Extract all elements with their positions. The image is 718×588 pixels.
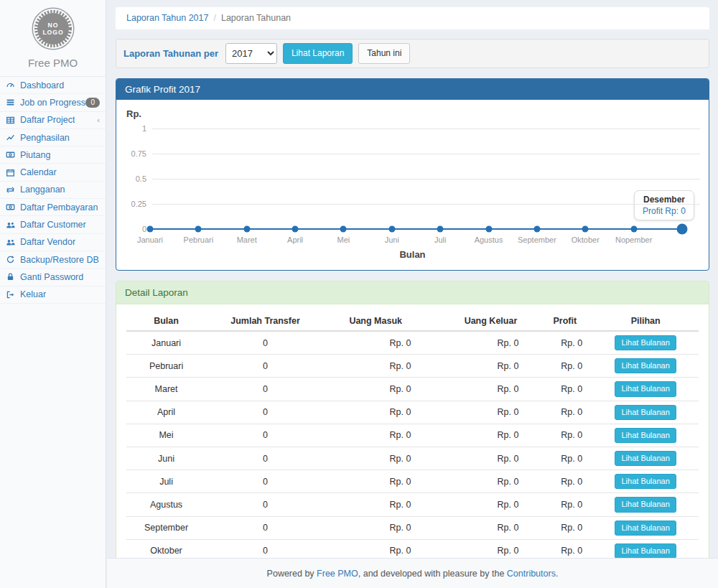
table-cell: Rp. 0: [537, 470, 592, 493]
chart-y-tick: 0.5: [116, 174, 146, 183]
sidebar-item-daftar-pembayaran[interactable]: Daftar Pembayaran: [0, 199, 106, 216]
view-monthly-button-oktober[interactable]: Lihat Bulanan: [615, 543, 676, 559]
sidebar-item-keluar[interactable]: Keluar: [0, 286, 106, 304]
data-point-juli[interactable]: [437, 226, 444, 233]
view-monthly-button-april[interactable]: Lihat Bulanan: [615, 405, 676, 420]
data-point-september[interactable]: [533, 226, 540, 233]
footer-brand-link[interactable]: Free PMO: [317, 569, 358, 579]
view-monthly-button-september[interactable]: Lihat Bulanan: [615, 521, 676, 536]
sidebar-item-job-on-progress[interactable]: Job on Progress0: [0, 94, 106, 111]
logo-box: NO LOGO Free PMO: [0, 0, 106, 77]
column-header-profit: Profit: [537, 312, 592, 331]
table-cell-action: Lihat Bulanan: [592, 355, 699, 378]
table-cell-action: Lihat Bulanan: [592, 516, 699, 539]
data-point-juni[interactable]: [388, 226, 395, 233]
sidebar-item-backup-restore-db[interactable]: Backup/Restore DB: [0, 251, 106, 269]
table-cell: Rp. 0: [537, 424, 592, 447]
main-area: Laporan Tahun 2017/Laporan Tahunan Lapor…: [107, 0, 718, 588]
table-cell: Januari: [126, 331, 206, 355]
data-point-agustus[interactable]: [485, 226, 492, 233]
table-cell: Rp. 0: [444, 447, 537, 470]
sidebar-item-label: Keluar: [20, 289, 46, 299]
table-row: Juni0Rp. 0Rp. 0Rp. 0Lihat Bulanan: [126, 447, 699, 470]
view-monthly-button-pebruari[interactable]: Lihat Bulanan: [615, 358, 676, 373]
dashboard-icon: [6, 80, 17, 90]
table-row: Pebruari0Rp. 0Rp. 0Rp. 0Lihat Bulanan: [126, 355, 699, 378]
table-cell: 0: [206, 355, 325, 378]
chart-tooltip: Desember Profit Rp: 0: [634, 190, 694, 220]
chart-y-tick: 1: [116, 124, 146, 133]
data-point-april[interactable]: [292, 226, 299, 233]
data-point-desember[interactable]: [677, 224, 688, 235]
sidebar-nav: DashboardJob on Progress0Daftar Project‹…: [0, 77, 106, 304]
sidebar-item-daftar-customer[interactable]: Daftar Customer: [0, 216, 106, 233]
column-header-bulan: Bulan: [126, 312, 206, 331]
sidebar-item-label: Penghasilan: [20, 133, 70, 143]
breadcrumb-separator: /: [213, 13, 215, 23]
data-point-nopember[interactable]: [630, 226, 637, 233]
list-icon: [6, 98, 17, 107]
table-cell: Rp. 0: [444, 493, 537, 516]
chart-y-tick: 0.25: [116, 200, 146, 208]
year-select[interactable]: 2017: [225, 43, 277, 64]
report-filter-panel: Laporan Tahunan per 2017 Lihat Laporan T…: [116, 39, 709, 68]
table-cell: Rp. 0: [537, 331, 592, 355]
table-cell: Rp. 0: [325, 355, 444, 378]
profit-chart: Rp. Bulan Desember Profit Rp: 0 00.250.5…: [116, 100, 709, 270]
table-cell-action: Lihat Bulanan: [592, 470, 699, 493]
table-cell: 0: [206, 401, 325, 424]
breadcrumb-link[interactable]: Laporan Tahun 2017: [126, 13, 208, 23]
footer-text-prefix: Powered by: [267, 569, 317, 579]
sidebar-item-dashboard[interactable]: Dashboard: [0, 77, 106, 94]
data-point-januari[interactable]: [147, 226, 154, 233]
data-point-oktober[interactable]: [582, 226, 589, 233]
data-point-maret[interactable]: [243, 226, 250, 233]
table-cell: Rp. 0: [444, 331, 537, 355]
table-row: April0Rp. 0Rp. 0Rp. 0Lihat Bulanan: [126, 401, 699, 424]
chart-y-tick: 0.75: [116, 149, 146, 158]
sign-out-icon: [6, 290, 17, 299]
table-cell-action: Lihat Bulanan: [592, 331, 699, 355]
footer-text-middle: , and developed with pleasure by the: [358, 569, 507, 579]
table-cell: Rp. 0: [444, 470, 537, 493]
table-cell: Agustus: [126, 493, 206, 516]
sidebar-item-langganan[interactable]: Langganan: [0, 182, 106, 199]
footer-contributors-link[interactable]: Contributors: [507, 569, 556, 579]
view-monthly-button-agustus[interactable]: Lihat Bulanan: [615, 497, 676, 512]
table-cell-action: Lihat Bulanan: [592, 493, 699, 516]
sidebar-item-daftar-vendor[interactable]: Daftar Vendor: [0, 234, 106, 251]
sidebar-item-daftar-project[interactable]: Daftar Project‹: [0, 112, 106, 129]
refresh-icon: [6, 255, 17, 264]
view-report-button[interactable]: Lihat Laporan: [283, 43, 353, 63]
svg-text:NO: NO: [47, 22, 58, 29]
sidebar-item-calendar[interactable]: Calendar: [0, 164, 106, 181]
table-cell: Rp. 0: [537, 378, 592, 401]
view-monthly-button-mei[interactable]: Lihat Bulanan: [615, 428, 676, 443]
chart-gridline: [152, 179, 700, 179]
table-cell: 0: [206, 470, 325, 493]
view-monthly-button-juli[interactable]: Lihat Bulanan: [615, 474, 676, 489]
data-point-pebruari[interactable]: [195, 226, 202, 233]
view-monthly-button-maret[interactable]: Lihat Bulanan: [615, 381, 676, 396]
breadcrumb-current: Laporan Tahunan: [221, 13, 291, 23]
view-monthly-button-januari[interactable]: Lihat Bulanan: [615, 335, 676, 350]
table-cell: September: [126, 516, 206, 539]
column-header-uang-masuk: Uang Masuk: [325, 312, 444, 331]
data-point-mei[interactable]: [340, 226, 347, 233]
sidebar-item-ganti-password[interactable]: Ganti Password: [0, 269, 106, 286]
sidebar-item-label: Daftar Pembayaran: [20, 202, 98, 213]
view-monthly-button-juni[interactable]: Lihat Bulanan: [615, 451, 676, 466]
sidebar-item-label: Daftar Vendor: [20, 237, 75, 247]
this-year-button[interactable]: Tahun ini: [358, 43, 410, 63]
sidebar-item-penghasilan[interactable]: Penghasilan: [0, 129, 106, 146]
table-cell: Rp. 0: [325, 378, 444, 401]
table-cell: Rp. 0: [444, 424, 537, 447]
footer: Powered by Free PMO, and developed with …: [107, 558, 718, 588]
users-icon: [6, 238, 17, 247]
table-cell: Rp. 0: [537, 516, 592, 539]
users-icon: [6, 220, 17, 230]
chart-y-tick: 0: [116, 225, 146, 233]
tooltip-value: Profit Rp: 0: [643, 206, 686, 216]
chevron-left-icon: ‹: [97, 116, 100, 124]
sidebar-item-piutang[interactable]: Piutang: [0, 146, 106, 164]
